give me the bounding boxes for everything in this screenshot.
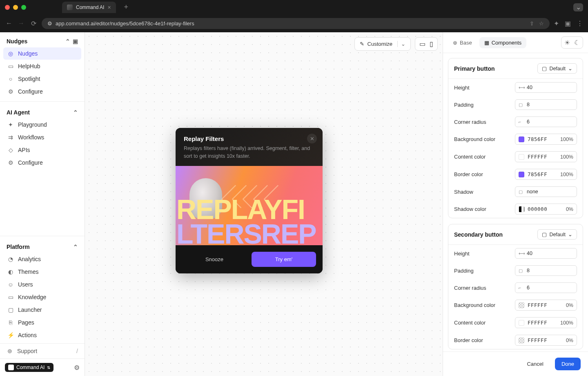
reload-button[interactable]: ⟳ — [29, 20, 38, 27]
contentcolor-input[interactable]: FFFFFF100% — [515, 151, 577, 162]
sidebar-item-pages[interactable]: ⎘ Pages — [3, 316, 81, 329]
corner-input[interactable]: ⌐6 — [515, 116, 577, 127]
chevron-up-icon[interactable]: ⌃ — [73, 109, 78, 116]
padding-input[interactable]: ▢8 — [515, 265, 577, 276]
padding-icon: ▢ — [519, 268, 524, 273]
customize-label: Customize — [368, 41, 392, 47]
sidebar-item-knowledge[interactable]: ▭ Knowledge — [3, 291, 81, 303]
color-hex: FFFFFF — [528, 154, 547, 160]
browser-overflow-menu[interactable]: ⌄ — [573, 3, 583, 11]
chevron-down-icon[interactable]: ⌄ — [397, 41, 405, 47]
mobile-icon[interactable]: ▯ — [430, 40, 433, 48]
corner-input[interactable]: ⌐6 — [515, 282, 577, 293]
sidebar-item-helphub[interactable]: ▭ HelpHub — [3, 60, 81, 72]
extensions-icon[interactable]: ✦ — [554, 20, 559, 27]
try-button[interactable]: Try em' — [252, 252, 316, 267]
panel-footer: Cancel Done — [443, 351, 588, 376]
back-button[interactable]: ← — [5, 20, 13, 27]
bookmark-icon[interactable]: ☆ — [539, 20, 544, 27]
sidebar-item-playground[interactable]: ✦ Playground — [3, 119, 81, 131]
settings-icon[interactable]: ⚙ — [74, 364, 80, 372]
sidebar-item-nudges[interactable]: ◎ Nudges — [3, 47, 81, 60]
color-swatch — [519, 137, 524, 142]
variant-label: Default — [549, 232, 566, 237]
workspace-name: Command AI — [16, 365, 45, 370]
new-tab-button[interactable]: + — [119, 3, 134, 11]
corner-icon: ⌐ — [519, 285, 524, 290]
sidebar-item-users[interactable]: ☺ Users — [3, 278, 81, 291]
color-opacity: 100% — [560, 137, 573, 142]
tab-components[interactable]: ▦ Components — [479, 37, 527, 48]
chevron-up-icon[interactable]: ⌃ — [65, 38, 70, 45]
sidebar-item-launcher[interactable]: ▢ Launcher — [3, 304, 81, 316]
workspace-switcher[interactable]: Command AI ⇅ — [5, 363, 53, 372]
color-hex: FFFFFF — [528, 337, 547, 343]
link-icon: ⎘ — [7, 319, 14, 326]
bgcolor-input[interactable]: FFFFFF0% — [515, 300, 577, 311]
sidebar-section-platform[interactable]: Platform ⌃ — [3, 241, 81, 253]
sidebar-item-apis[interactable]: ◇ APIs — [3, 144, 81, 156]
field-value: 8 — [527, 102, 530, 107]
snooze-button[interactable]: Snooze — [182, 252, 247, 267]
sidebar-item-analytics[interactable]: ◔ Analytics — [3, 253, 81, 265]
variant-dropdown[interactable]: ▢ Default ⌄ — [537, 229, 577, 239]
field-value: 6 — [527, 285, 530, 291]
sidebar-item-actions[interactable]: ⚡ Actions — [3, 329, 81, 341]
field-label: Padding — [454, 102, 474, 108]
sidebar-section-nudges[interactable]: Nudges ⌃ ▣ — [3, 36, 81, 47]
shadow-input[interactable]: ▢none — [515, 186, 577, 197]
site-settings-icon[interactable]: ⚙ — [47, 20, 52, 27]
minimize-window[interactable] — [13, 5, 18, 10]
address-bar[interactable]: ⚙ app.command.ai/editor/nudges/5dce678c-… — [42, 18, 550, 29]
sidebar-item-spotlight[interactable]: ○ Spotlight — [3, 73, 81, 85]
variant-dropdown[interactable]: ▢ Default ⌄ — [537, 63, 577, 74]
theme-toggle: ☀ ☾ — [561, 36, 583, 49]
sidebar-item-configure-agent[interactable]: ⚙ Configure — [3, 157, 81, 169]
sidebar-item-themes[interactable]: ◐ Themes — [3, 266, 81, 278]
panel-icon[interactable]: ▣ — [73, 38, 78, 45]
height-input[interactable]: ⟷40 — [515, 248, 577, 259]
share-icon[interactable]: ⇧ — [530, 20, 534, 27]
maximize-window[interactable] — [21, 5, 26, 10]
moon-icon[interactable]: ☾ — [573, 38, 581, 47]
close-window[interactable] — [5, 5, 10, 10]
sun-icon[interactable]: ☀ — [563, 38, 571, 47]
sidebar-section-ai-agent[interactable]: AI Agent ⌃ — [3, 107, 81, 118]
url-text: app.command.ai/editor/nudges/5dce678c-4e… — [56, 20, 194, 27]
height-input[interactable]: ⟷40 — [515, 82, 577, 93]
bordercolor-input[interactable]: FFFFFF0% — [515, 335, 577, 346]
customize-button[interactable]: ✎ Customize ⌄ — [354, 37, 411, 51]
bgcolor-input[interactable]: 7856FF100% — [515, 134, 577, 145]
square-icon: ▢ — [542, 231, 547, 237]
color-opacity: 100% — [560, 154, 573, 160]
sidebar-item-workflows[interactable]: ⇉ Workflows — [3, 131, 81, 143]
nudge-title: Replay Filters — [184, 135, 314, 142]
chevron-up-icon[interactable]: ⌃ — [73, 244, 78, 250]
sidepanel-icon[interactable]: ▣ — [565, 20, 571, 27]
section-title: Nudges — [7, 38, 27, 45]
browser-toolbar: ← → ⟳ ⚙ app.command.ai/editor/nudges/5dc… — [0, 14, 588, 32]
cancel-button[interactable]: Cancel — [520, 358, 550, 370]
browser-tab[interactable]: Command AI × — [62, 2, 116, 13]
editor-canvas[interactable]: ✎ Customize ⌄ ▭ ▯ Replay Filters Replays… — [85, 32, 443, 376]
done-button[interactable]: Done — [555, 358, 581, 370]
close-icon[interactable]: ✕ — [307, 134, 317, 143]
sidebar-item-configure-nudges[interactable]: ⚙ Configure — [3, 85, 81, 98]
browser-menu-icon[interactable]: ⋮ — [577, 20, 583, 27]
contentcolor-input[interactable]: FFFFFF100% — [515, 317, 577, 328]
sidebar-item-label: Analytics — [18, 256, 41, 262]
support-icon: ⊚ — [7, 348, 13, 354]
nudge-preview: Replay Filters Replays filters have (fin… — [176, 128, 323, 273]
padding-input[interactable]: ▢8 — [515, 99, 577, 110]
forward-button[interactable]: → — [17, 20, 25, 27]
brand-icon — [8, 365, 14, 370]
nudge-hero-image: REPLAYFI LTERSREP — [176, 166, 323, 245]
shadowcolor-input[interactable]: 0000000% — [515, 204, 577, 215]
bordercolor-input[interactable]: 7856FF100% — [515, 169, 577, 180]
tab-base[interactable]: ⊕ Base — [448, 37, 477, 48]
field-value: 6 — [527, 119, 530, 125]
desktop-icon[interactable]: ▭ — [419, 40, 425, 48]
field-label: Height — [454, 85, 470, 91]
sidebar-item-support[interactable]: ⊚Support / — [0, 343, 85, 358]
close-tab-icon[interactable]: × — [107, 4, 111, 11]
